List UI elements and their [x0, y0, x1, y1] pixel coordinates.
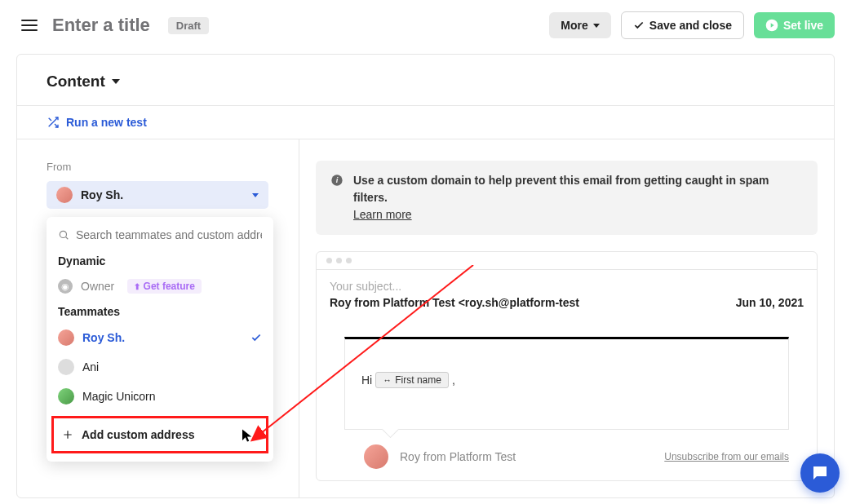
avatar — [58, 359, 74, 375]
chat-icon — [810, 463, 830, 483]
svg-line-6 — [66, 237, 69, 240]
check-icon — [250, 332, 262, 343]
dynamic-header: Dynamic — [47, 250, 273, 272]
svg-marker-9 — [242, 430, 251, 442]
email-sender: Roy from Platform Test <roy.sh@platform-… — [330, 296, 579, 309]
unsubscribe-link[interactable]: Unsubscribe from our emails — [664, 450, 789, 464]
owner-item[interactable]: ◉ Owner ⬆ Get feature — [47, 272, 273, 300]
email-preview: Your subject... Roy from Platform Test <… — [316, 251, 818, 481]
avatar — [56, 187, 73, 203]
add-custom-address-button[interactable]: Add custom address — [51, 416, 268, 453]
email-body[interactable]: Hi ↔ First name , — [344, 337, 789, 430]
avatar — [364, 444, 388, 469]
more-button[interactable]: More — [549, 12, 610, 38]
save-button[interactable]: Save and close — [621, 11, 744, 39]
globe-icon: ◉ — [58, 279, 73, 294]
subject-placeholder[interactable]: Your subject... — [330, 280, 804, 293]
from-label: From — [47, 161, 269, 173]
teammate-item[interactable]: Magic Unicorn — [47, 382, 273, 411]
teammate-item[interactable]: Roy Sh. — [47, 323, 273, 352]
play-icon — [765, 19, 778, 32]
chevron-down-icon — [252, 193, 259, 197]
teammate-item[interactable]: Ani — [47, 352, 273, 382]
info-icon: i — [330, 174, 344, 187]
search-input[interactable] — [76, 228, 262, 241]
help-fab[interactable] — [800, 453, 840, 493]
chevron-down-icon — [593, 24, 600, 28]
cursor-arrow-icon — [240, 428, 255, 443]
from-select[interactable]: Roy Sh. — [47, 181, 268, 209]
svg-point-5 — [60, 231, 66, 237]
plus-icon — [62, 429, 73, 440]
chevron-down-icon — [112, 79, 120, 84]
check-icon — [633, 20, 645, 31]
spam-notice: i Use a custom domain to help prevent th… — [316, 161, 818, 235]
avatar — [58, 388, 74, 405]
shuffle-icon — [47, 116, 60, 129]
from-dropdown: Dynamic ◉ Owner ⬆ Get feature Teammates … — [47, 217, 273, 462]
hamburger-menu-icon[interactable] — [21, 20, 38, 31]
search-icon — [58, 229, 69, 241]
run-test-link[interactable]: Run a new test — [17, 105, 834, 139]
set-live-button[interactable]: Set live — [754, 12, 835, 38]
get-feature-badge[interactable]: ⬆ Get feature — [127, 279, 202, 294]
code-icon: ↔ — [383, 375, 392, 385]
window-dots — [317, 252, 817, 270]
avatar — [58, 329, 74, 346]
content-section-header[interactable]: Content — [17, 55, 834, 105]
status-badge: Draft — [168, 17, 209, 34]
page-title[interactable]: Enter a title — [52, 15, 150, 36]
teammates-header: Teammates — [47, 300, 273, 323]
email-signer: Roy from Platform Test — [400, 450, 653, 463]
svg-text:i: i — [336, 176, 339, 184]
email-date: Jun 10, 2021 — [736, 296, 804, 309]
svg-line-4 — [49, 118, 51, 121]
merge-tag[interactable]: ↔ First name — [375, 372, 449, 388]
learn-more-link[interactable]: Learn more — [353, 208, 412, 221]
